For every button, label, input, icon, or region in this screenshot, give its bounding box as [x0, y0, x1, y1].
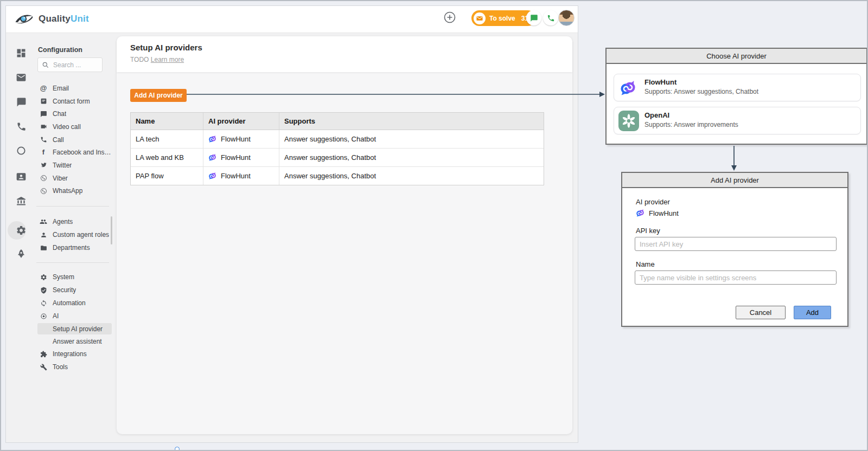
learn-more-link[interactable]: Learn more	[151, 56, 184, 63]
config-item-email[interactable]: @Email	[28, 82, 116, 95]
app-window: QualityUnit To solve 31 Configuration	[5, 5, 578, 443]
phone-icon	[40, 136, 47, 144]
flowhunt-icon	[208, 135, 216, 143]
call-header-button[interactable]	[543, 10, 558, 25]
config-item-departments[interactable]: Departments	[28, 241, 116, 254]
api-key-label: API key	[636, 227, 660, 235]
config-item-security[interactable]: Security	[28, 284, 116, 297]
main-card: Setup AI providers TODO Learn more Add A…	[117, 36, 572, 434]
agents-icon	[40, 218, 47, 226]
video-camera-icon	[40, 123, 47, 131]
at-icon: @	[40, 85, 47, 92]
config-subitem-answer-assistent[interactable]: Answer assistent	[37, 336, 112, 347]
config-item-facebook[interactable]: fFacebook and Inst...	[28, 146, 116, 159]
person-icon	[40, 231, 47, 239]
add-ai-provider-dialog: Add AI provider AI provider FlowHunt API…	[621, 172, 848, 327]
viber-icon	[40, 175, 47, 182]
status-circle-icon[interactable]	[15, 144, 28, 157]
config-item-viber[interactable]: Viber	[28, 172, 116, 185]
name-input[interactable]	[635, 270, 837, 285]
logo-eye-icon	[14, 12, 34, 26]
puzzle-icon	[40, 350, 47, 358]
logo-text: QualityUnit	[39, 14, 89, 24]
config-search[interactable]	[37, 57, 103, 72]
page-header: Setup AI providers TODO Learn more	[117, 36, 572, 72]
page-subtitle: TODO Learn more	[130, 56, 184, 63]
to-solve-label: To solve	[489, 15, 515, 22]
table-row[interactable]: PAP flow FlowHunt Answer suggestions, Ch…	[131, 167, 544, 185]
chat-header-button[interactable]	[526, 10, 541, 25]
config-channel-list: @Email Contact form Chat Video call Call…	[28, 82, 116, 197]
avatar[interactable]	[558, 10, 575, 26]
facebook-icon: f	[40, 149, 47, 156]
selected-provider: FlowHunt	[636, 209, 679, 217]
name-label: Name	[636, 260, 655, 268]
add-ai-provider-button[interactable]: Add AI provider	[130, 89, 187, 102]
divider	[36, 262, 109, 263]
organization-icon[interactable]	[15, 195, 28, 208]
config-item-call[interactable]: Call	[28, 133, 116, 146]
config-scrollbar[interactable]	[111, 216, 112, 244]
divider	[36, 206, 109, 207]
config-item-twitter[interactable]: Twitter	[28, 159, 116, 172]
settings-gear-icon[interactable]	[15, 224, 28, 237]
config-item-custom-agent-roles[interactable]: Custom agent roles	[28, 228, 116, 241]
config-tail-list: Integrations Tools	[28, 347, 116, 373]
contact-card-icon[interactable]	[15, 170, 28, 183]
config-item-tools[interactable]: Tools	[28, 360, 116, 373]
config-item-system[interactable]: System	[28, 270, 116, 284]
app-header: QualityUnit To solve 31	[6, 6, 578, 33]
flowhunt-icon	[636, 209, 644, 217]
config-item-integrations[interactable]: Integrations	[28, 347, 116, 360]
shield-icon	[40, 286, 47, 294]
selection-handle[interactable]	[175, 447, 180, 451]
openai-icon	[618, 111, 639, 131]
config-panel-title: Configuration	[38, 46, 82, 54]
config-item-agents[interactable]: Agents	[28, 215, 116, 228]
config-item-chat[interactable]: Chat	[28, 107, 116, 120]
api-key-input[interactable]	[635, 237, 837, 251]
gear-icon	[40, 273, 47, 281]
wrench-icon	[40, 363, 47, 371]
add-button[interactable]: Add	[794, 306, 831, 319]
config-people-list: Agents Custom agent roles Departments	[28, 215, 116, 254]
config-item-video-call[interactable]: Video call	[28, 120, 116, 133]
dashboard-icon[interactable]	[15, 47, 28, 60]
target-icon	[40, 312, 47, 320]
column-header-name: Name	[131, 113, 203, 130]
search-input[interactable]	[52, 59, 101, 71]
screenshot-canvas: QualityUnit To solve 31 Configuration	[0, 0, 868, 451]
folder-icon	[40, 244, 47, 252]
flowhunt-icon	[620, 80, 636, 96]
table-row[interactable]: LA tech FlowHunt Answer suggestions, Cha…	[131, 130, 544, 149]
config-item-automation[interactable]: Automation	[28, 297, 116, 310]
form-icon	[40, 98, 47, 105]
choose-ai-provider-panel: Choose AI provider FlowHunt Supports: An…	[605, 48, 867, 145]
rocket-icon[interactable]	[15, 247, 28, 260]
choose-panel-title: Choose AI provider	[607, 49, 866, 64]
config-item-whatsapp[interactable]: WhatsApp	[28, 185, 116, 198]
config-item-ai[interactable]: AI	[28, 310, 116, 323]
logo[interactable]: QualityUnit	[14, 12, 89, 26]
flowhunt-icon	[208, 172, 216, 180]
sync-icon	[40, 299, 47, 307]
config-item-contact-form[interactable]: Contact form	[28, 95, 116, 108]
config-subitem-setup-ai-provider[interactable]: Setup AI provider	[37, 323, 112, 334]
provider-option-flowhunt[interactable]: FlowHunt Supports: Answer suggestions, C…	[614, 74, 861, 101]
call-icon[interactable]	[15, 120, 28, 133]
cancel-button[interactable]: Cancel	[736, 306, 786, 319]
provider-option-openai[interactable]: OpenAI Supports: Answer improvements	[614, 107, 861, 134]
flowhunt-icon	[208, 153, 216, 162]
chat-icon[interactable]	[15, 95, 28, 108]
twitter-icon	[40, 162, 47, 169]
plus-circle-icon[interactable]	[443, 11, 456, 24]
table-row[interactable]: LA web and KB FlowHunt Answer suggestion…	[131, 149, 544, 167]
table-header-row: Name AI provider Supports	[131, 113, 544, 130]
add-dialog-title: Add AI provider	[622, 173, 847, 188]
email-icon[interactable]	[15, 71, 28, 84]
search-icon	[42, 61, 49, 69]
chat-bubble-icon	[40, 110, 47, 118]
column-header-ai-provider: AI provider	[203, 113, 279, 130]
providers-table: Name AI provider Supports LA tech FlowHu…	[130, 112, 544, 185]
whatsapp-icon	[40, 187, 47, 195]
